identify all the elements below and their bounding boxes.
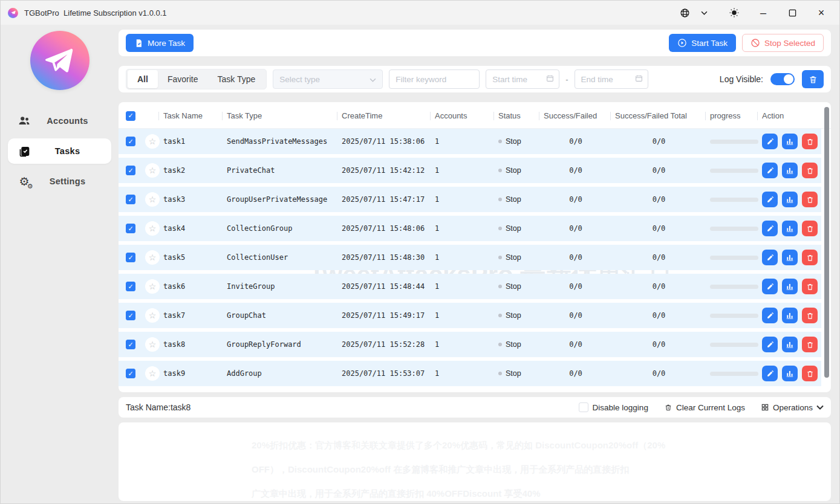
createtime-cell: 2025/07/11 15:48:30 bbox=[338, 253, 431, 262]
row-checkbox[interactable]: ✓ bbox=[126, 253, 135, 262]
delete-task-button[interactable] bbox=[802, 308, 818, 323]
task-stats-button[interactable] bbox=[782, 250, 798, 265]
delete-task-button[interactable] bbox=[802, 221, 818, 236]
theme-sun-icon[interactable] bbox=[722, 4, 746, 22]
delete-task-button[interactable] bbox=[802, 163, 818, 178]
keyword-input[interactable] bbox=[389, 69, 480, 89]
header-progress[interactable]: progress bbox=[706, 111, 758, 120]
header-success-failed[interactable]: Success/Failed bbox=[540, 111, 611, 120]
favorite-star-icon[interactable]: ☆ bbox=[145, 337, 160, 352]
maximize-button[interactable] bbox=[780, 4, 804, 22]
edit-task-button[interactable] bbox=[762, 308, 778, 323]
disable-logging-checkbox[interactable]: ✓ Disable logging bbox=[579, 402, 648, 412]
edit-task-button[interactable] bbox=[762, 221, 778, 236]
tab-task-type[interactable]: Task Type bbox=[207, 70, 265, 88]
tab-favorite[interactable]: Favorite bbox=[158, 70, 208, 88]
edit-task-button[interactable] bbox=[762, 163, 778, 178]
sidebar-item-settings[interactable]: ⚙⚙ Settings bbox=[8, 169, 111, 194]
task-stats-button[interactable] bbox=[782, 308, 798, 323]
table-scrollbar[interactable] bbox=[824, 107, 829, 386]
main-content: More Task Start Task Stop Selected bbox=[119, 25, 839, 503]
status-cell: Stop bbox=[495, 311, 540, 320]
telegram-logo bbox=[30, 31, 90, 90]
sidebar-item-accounts[interactable]: Accounts bbox=[8, 108, 111, 134]
favorite-star-icon[interactable]: ☆ bbox=[145, 134, 160, 149]
language-chevron-down-icon[interactable] bbox=[698, 4, 710, 22]
edit-task-button[interactable] bbox=[762, 250, 778, 265]
language-globe-icon[interactable] bbox=[672, 4, 697, 22]
sidebar-item-tasks[interactable]: Tasks bbox=[8, 138, 111, 164]
favorite-star-icon[interactable]: ☆ bbox=[145, 279, 160, 294]
delete-task-button[interactable] bbox=[802, 250, 818, 265]
edit-task-button[interactable] bbox=[762, 337, 778, 352]
favorite-star-icon[interactable]: ☆ bbox=[145, 250, 160, 265]
end-time-input[interactable] bbox=[575, 69, 648, 89]
favorite-star-icon[interactable]: ☆ bbox=[145, 366, 160, 381]
edit-task-button[interactable] bbox=[762, 192, 778, 207]
row-checkbox[interactable]: ✓ bbox=[126, 340, 135, 349]
log-visible-toggle[interactable] bbox=[770, 73, 795, 85]
start-task-button[interactable]: Start Task bbox=[669, 34, 736, 52]
progress-bar bbox=[710, 227, 758, 231]
delete-tasks-button[interactable] bbox=[802, 70, 824, 88]
favorite-star-icon[interactable]: ☆ bbox=[145, 163, 160, 178]
delete-task-button[interactable] bbox=[802, 337, 818, 352]
row-checkbox[interactable]: ✓ bbox=[126, 311, 135, 320]
delete-task-button[interactable] bbox=[802, 134, 818, 149]
header-accounts[interactable]: Accounts bbox=[431, 111, 495, 120]
delete-task-button[interactable] bbox=[802, 279, 818, 294]
status-dot bbox=[498, 372, 502, 375]
success-failed-cell: 0/0 bbox=[540, 282, 611, 291]
favorite-star-icon[interactable]: ☆ bbox=[145, 308, 160, 323]
edit-task-button[interactable] bbox=[762, 366, 778, 381]
clear-current-logs-button[interactable]: Clear Current Logs bbox=[664, 403, 745, 412]
header-task-name[interactable]: Task Name bbox=[160, 111, 223, 120]
end-time-field[interactable] bbox=[581, 75, 631, 84]
calendar-icon bbox=[546, 74, 554, 85]
task-stats-button[interactable] bbox=[782, 163, 798, 178]
task-name-cell: task1 bbox=[160, 137, 223, 146]
task-stats-button[interactable] bbox=[782, 366, 798, 381]
delete-task-button[interactable] bbox=[802, 366, 818, 381]
stop-selected-button[interactable]: Stop Selected bbox=[742, 34, 824, 52]
delete-task-button[interactable] bbox=[802, 192, 818, 207]
task-stats-button[interactable] bbox=[782, 192, 798, 207]
row-checkbox[interactable]: ✓ bbox=[126, 195, 135, 204]
task-stats-button[interactable] bbox=[782, 134, 798, 149]
more-task-button[interactable]: More Task bbox=[126, 34, 194, 52]
row-checkbox[interactable]: ✓ bbox=[126, 282, 135, 291]
edit-task-button[interactable] bbox=[762, 279, 778, 294]
header-success-failed-total[interactable]: Success/Failed Total bbox=[611, 111, 706, 120]
row-checkbox[interactable]: ✓ bbox=[126, 369, 135, 378]
accounts-cell: 1 bbox=[431, 137, 495, 146]
edit-task-button[interactable] bbox=[762, 134, 778, 149]
scrollbar-thumb[interactable] bbox=[824, 107, 829, 378]
tab-all[interactable]: All bbox=[128, 70, 158, 88]
row-checkbox[interactable]: ✓ bbox=[126, 224, 135, 233]
grid-icon bbox=[761, 403, 769, 412]
header-task-type[interactable]: Task Type bbox=[223, 111, 338, 120]
header-createtime[interactable]: CreateTime bbox=[338, 111, 431, 120]
log-content-area[interactable]: 20%折扣优惠：官方博客和关联文章提供了多个20%优惠码，常见的如 Discou… bbox=[119, 422, 831, 501]
header-status[interactable]: Status bbox=[495, 111, 540, 120]
status-dot bbox=[498, 140, 502, 143]
checkbox-box[interactable]: ✓ bbox=[579, 402, 588, 412]
row-checkbox[interactable]: ✓ bbox=[126, 166, 135, 175]
favorite-star-icon[interactable]: ☆ bbox=[145, 221, 160, 236]
operations-dropdown[interactable]: Operations bbox=[761, 403, 824, 412]
task-type-cell: GroupReplyForward bbox=[223, 340, 338, 349]
start-time-input[interactable] bbox=[486, 69, 559, 89]
close-button[interactable]: × bbox=[809, 4, 833, 22]
task-stats-button[interactable] bbox=[782, 221, 798, 236]
start-time-field[interactable] bbox=[492, 75, 542, 84]
task-type-select[interactable]: Select type bbox=[273, 69, 383, 89]
accounts-cell: 1 bbox=[431, 311, 495, 320]
task-stats-button[interactable] bbox=[782, 279, 798, 294]
minimize-button[interactable]: – bbox=[751, 4, 775, 22]
row-checkbox[interactable]: ✓ bbox=[126, 137, 135, 146]
task-name-cell: task5 bbox=[160, 253, 223, 262]
favorite-star-icon[interactable]: ☆ bbox=[145, 192, 160, 207]
select-all-checkbox[interactable]: ✓ bbox=[126, 111, 135, 121]
task-type-cell: GroupChat bbox=[223, 311, 338, 320]
task-stats-button[interactable] bbox=[782, 337, 798, 352]
